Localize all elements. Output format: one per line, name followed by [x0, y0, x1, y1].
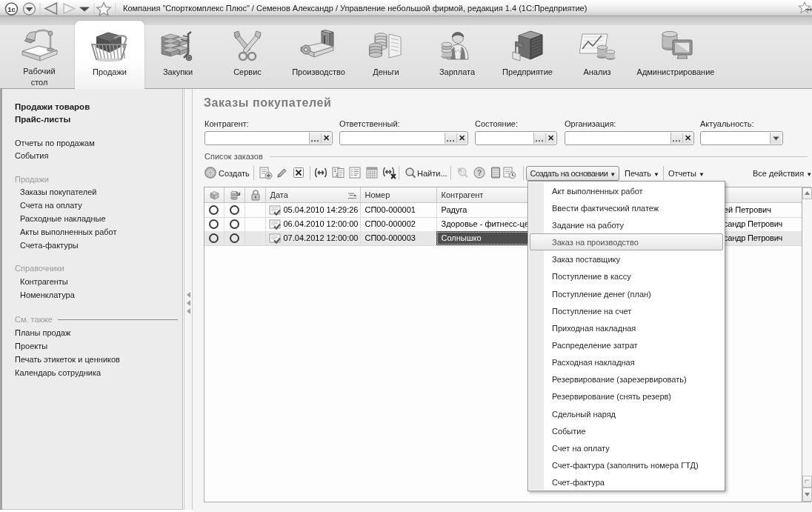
- svg-text:1c: 1c: [7, 5, 16, 13]
- svg-text:?: ?: [477, 169, 482, 177]
